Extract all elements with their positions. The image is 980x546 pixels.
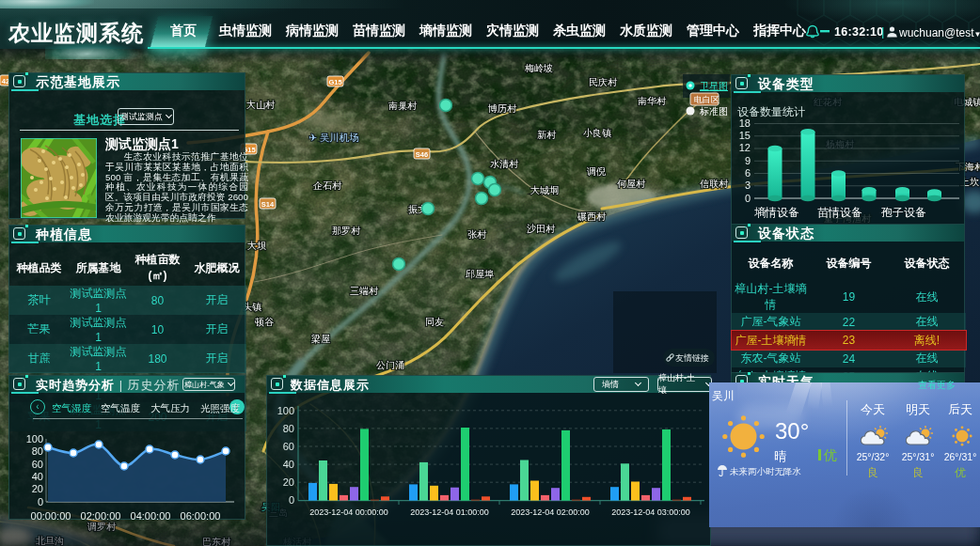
svg-text:100: 100 [26,433,43,445]
svg-text:9: 9 [745,155,751,166]
svg-text:大山村: 大山村 [246,100,276,110]
svg-text:✈ 吴川机场: ✈ 吴川机场 [308,132,359,143]
svg-text:大城垌: 大城垌 [530,185,559,195]
svg-text:S14: S14 [261,200,275,209]
svg-text:2023-12-04 02:00:00: 2023-12-04 02:00:00 [511,507,590,517]
svg-text:2023-12-04 03:00:00: 2023-12-04 03:00:00 [611,507,690,517]
svg-text:三端村: 三端村 [350,286,379,296]
svg-text:苗情设备: 苗情设备 [817,206,862,219]
svg-text:G15: G15 [328,78,341,86]
svg-text:04:00:00: 04:00:00 [131,510,171,522]
svg-text:0: 0 [289,494,294,506]
svg-text:邱屋埠: 邱屋埠 [466,269,494,279]
svg-text:何屋村: 何屋村 [617,179,646,189]
svg-text:墒情设备: 墒情设备 [754,206,799,219]
svg-text:2023-12-04 01:00:00: 2023-12-04 01:00:00 [410,507,489,517]
svg-text:00:00:00: 00:00:00 [31,510,71,522]
svg-text:电白区: 电白区 [694,95,719,104]
svg-text:20: 20 [32,483,43,494]
svg-text:80: 80 [283,423,294,434]
svg-text:顿谷: 顿谷 [255,317,274,327]
svg-text:企石村: 企石村 [313,180,342,191]
svg-text:20: 20 [283,476,294,488]
svg-text:80: 80 [32,445,43,457]
svg-text:孢子设备: 孢子设备 [881,206,926,219]
svg-text:卫星图: 卫星图 [700,81,728,91]
svg-text:100: 100 [277,405,294,416]
svg-text:40: 40 [283,459,294,470]
svg-text:那罗村: 那罗村 [332,226,361,236]
svg-text:02:00:00: 02:00:00 [81,510,121,522]
svg-text:6: 6 [745,167,751,179]
svg-text:标准图: 标准图 [699,106,728,117]
svg-text:沙田村: 沙田村 [527,224,556,234]
svg-text:友情链接: 友情链接 [675,353,709,363]
svg-text:碾西村: 碾西村 [577,211,607,222]
svg-text:张村: 张村 [467,229,487,240]
svg-text:南华村: 南华村 [638,96,667,106]
svg-text:信联村: 信联村 [700,179,729,189]
svg-text:0: 0 [745,193,751,204]
svg-text:新村: 新村 [537,130,557,140]
svg-text:小良镇: 小良镇 [583,128,611,138]
svg-text:60: 60 [283,441,294,452]
svg-text:40: 40 [32,471,43,482]
svg-text:0: 0 [38,496,43,507]
svg-text:大坝: 大坝 [247,241,266,251]
svg-text:06:00:00: 06:00:00 [181,510,221,522]
svg-text:调倪: 调倪 [587,166,606,177]
svg-text:12: 12 [739,142,751,153]
svg-text:南巢村: 南巢村 [388,101,418,111]
svg-text:18: 18 [739,117,751,129]
svg-text:同友: 同友 [425,317,444,327]
svg-text:60: 60 [32,459,43,470]
svg-text:S46: S46 [416,150,428,159]
svg-text:博历村: 博历村 [487,103,517,114]
svg-text:梅岭坡: 梅岭坡 [524,63,553,73]
svg-text:2023-12-04 00:00:00: 2023-12-04 00:00:00 [309,507,388,517]
svg-text:3: 3 [745,179,751,191]
svg-text:公门涌: 公门涌 [376,360,404,370]
svg-text:15: 15 [739,130,751,141]
svg-text:民庆村: 民庆村 [589,77,618,87]
svg-text:水清村: 水清村 [490,159,519,169]
svg-text:梁屋: 梁屋 [311,334,330,344]
